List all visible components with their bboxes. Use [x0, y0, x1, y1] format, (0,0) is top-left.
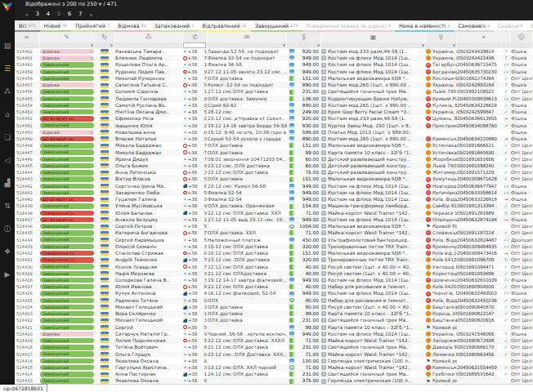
ttn-number[interactable] [457, 129, 501, 136]
ttn-number[interactable]: 20450632874148 [457, 216, 501, 223]
page-button[interactable]: 4 [47, 11, 50, 17]
table-row[interactable]: 514418ЗавершенийТетяна Войтович✶+38621.1… [15, 344, 533, 350]
table-row[interactable]: 514428ЗавершенийСолодкова Галина В..✶+38… [15, 277, 533, 283]
dashboard-icon[interactable]: ▤ [0, 34, 15, 57]
tab-В дорозі додому[interactable]: В дорозі додому0 [526, 20, 533, 32]
ttn-number[interactable]: 0501691666521 [457, 142, 501, 149]
ttn-number[interactable]: 0501690904500 [457, 283, 501, 290]
tab-Самовивіз[interactable]: Самовивіз2 [454, 20, 494, 32]
page-button[interactable]: 5 [57, 11, 60, 17]
ttn-number[interactable]: 0501690666170 [457, 344, 501, 350]
ttn-number[interactable]: 0501689531643 [457, 371, 501, 377]
ttn-number[interactable]: 0501691096709 [457, 256, 501, 263]
table-row[interactable]: 514435ЗавершенийКатерина Богданова+387ОЛ… [15, 229, 533, 236]
ttn-number[interactable]: 0501691187224 [457, 229, 501, 236]
column-header-phone-icon[interactable]: ✆ [183, 32, 208, 42]
customers-icon[interactable]: ⁂ [0, 80, 15, 103]
stats-icon[interactable]: ▟ [0, 172, 15, 194]
tab-Сервіси[interactable]: Сервіси0 [494, 20, 526, 32]
tab-Завершений[interactable]: Завершений278 [251, 20, 302, 32]
table-row[interactable]: 514445ЗавершенийОльга Божик✶+38923.12 см… [15, 163, 533, 169]
range-caret-icon[interactable]: ▼ [99, 2, 102, 7]
ttn-number[interactable]: 0503242599847 [457, 109, 501, 115]
ttn-number[interactable]: 20400309671628 [457, 176, 501, 182]
table-row[interactable]: 514423ЗавершенийВера Скляренко✶+381ОЛХ д… [15, 310, 533, 317]
ttn-number[interactable]: 0501690663456 [457, 351, 501, 358]
tune-icon[interactable]: ⇅ [0, 194, 15, 217]
tab-Запакований[interactable]: Запакований1 [150, 20, 198, 32]
table-row[interactable]: 514457ВідмоваСалегина Татьяна С..+385Кем… [15, 82, 533, 88]
table-row[interactable]: 514424ЗавершенийМихаил Гилецький+383ОЛХ … [15, 304, 533, 310]
table-row[interactable]: 514441ЗавершенийЗахарченко Люба+385Фиалк… [15, 189, 533, 196]
table-row[interactable]: 514431Повернення (з..Андрій Ткаченко+387… [15, 256, 533, 263]
page-button[interactable]: 3 [36, 11, 39, 17]
send-icon[interactable]: ◁ [0, 149, 15, 172]
filter-dropdown-icon[interactable]: ▼ [283, 42, 285, 48]
table-row[interactable]: 514425ЗавершенийРадченко Тетяна✶+380ОЛХ$… [15, 297, 533, 304]
ttn-number[interactable]: 20450634220880 [457, 136, 501, 142]
ttn-number[interactable]: 0503241546065 [457, 331, 501, 337]
column-header-comment-icon[interactable]: ✉ [208, 32, 287, 42]
table-row[interactable]: 514433ЗавершенийОлексій Семанін✶+38315.1… [15, 243, 533, 250]
ttn-number[interactable] [457, 358, 501, 364]
ttn-number[interactable]: 20450632483003 [457, 290, 501, 296]
column-header-product-icon[interactable]: ▣ [321, 32, 426, 42]
column-header-sync-icon[interactable]: ↻ [95, 32, 114, 42]
tab-Всі[interactable]: Всі471 [15, 20, 40, 32]
ttn-number[interactable]: 0501691598240 [457, 163, 501, 169]
table-row[interactable]: 514449ДО Возврат ок..Власюк Наталья✶+383… [15, 136, 533, 142]
ttn-number[interactable]: 20450633356614 [457, 189, 501, 196]
ttn-number[interactable]: 0503242893184 [457, 82, 501, 88]
column-header-status-edit-icon[interactable]: ✎ [39, 32, 95, 42]
column-header-money-icon[interactable]: $ [287, 32, 321, 42]
table-row[interactable]: 514448ЗавершенийМикола Бадражан+387ОЛХ д… [15, 142, 533, 149]
tab-Відправлений[interactable]: Відправлений12 [198, 20, 250, 32]
ttn-number[interactable]: 20450633226918 [457, 196, 501, 203]
ttn-number[interactable]: 20400309484935 [457, 243, 501, 250]
table-row[interactable]: 514461Відмова⊙Близнюк Людмила ..+387Фиал… [15, 55, 533, 61]
ttn-number[interactable]: 20450636613955 [457, 115, 501, 122]
table-row[interactable]: 514419ЗавершенийЛилия Подолинская+38522.… [15, 337, 533, 344]
page-button[interactable]: 6 [68, 11, 71, 17]
tab-Відмова[interactable]: Відмова42 [114, 20, 150, 32]
table-row[interactable]: 514460ЗавершенийКошелева Ольга Ар..✶+381… [15, 61, 533, 68]
table-row[interactable]: 514454ЗавершенийСамотій Руслана Во..✶+38… [15, 102, 533, 109]
table-row[interactable]: 514414ЗавершенийАнна Пастернак+38124.12 … [15, 371, 533, 377]
app-logo-icon[interactable] [2, 2, 13, 11]
column-header-location-icon[interactable]: ⚲ [426, 32, 457, 42]
table-row[interactable]: 514446ЗавершенийИрина Дидух✶+38709.01 зв… [15, 156, 533, 163]
ttn-number[interactable]: 20450634226619 [457, 102, 501, 109]
last-page-button[interactable]: » [89, 11, 92, 17]
table-row[interactable]: 514430ЗавершенийКсенія Лєвадняя+38722.12… [15, 264, 533, 270]
ttn-number[interactable]: 20450635730230 [457, 69, 501, 75]
ttn-number[interactable]: 20450636677947 [457, 183, 501, 189]
table-row[interactable]: 514426ЗавершенийКучук Антонина+38416.12 … [15, 290, 533, 296]
table-row[interactable]: 514443ЗавершенийВіктор Власов+385ОЛХ дос… [15, 176, 533, 182]
table-row[interactable]: 514420ВідмоваСитарчук Наталія Гр..✶+389Ч… [15, 331, 533, 337]
tab-Новий[interactable]: Новий48 [40, 20, 72, 32]
ttn-number[interactable]: 20450631554459 [457, 364, 501, 371]
table-row[interactable]: 514456ЗавершенийСоломія Сідоніна✶+38127.… [15, 88, 533, 95]
table-row[interactable]: 514421ЗавершенийСергей+38599.001Карта па… [15, 324, 533, 331]
ttn-number[interactable]: 0503243439614 [457, 48, 501, 55]
ttn-number[interactable]: 20450632824487 [457, 237, 501, 243]
table-row[interactable]: 514440ДО Возврат ок..Гуцалюк Галина✶+383… [15, 196, 533, 203]
table-row[interactable]: 514455ЗавершенийЛюдмила Гончарова✶+388ОЛ… [15, 96, 533, 102]
orders-icon[interactable]: ☰ [0, 57, 15, 80]
table-row[interactable]: 514451ЗавершенийІващенко Юлія✶+38219.12 … [15, 122, 533, 129]
table-row[interactable]: 514437ДО Возврат ок..Анжела Безушку✶+382… [15, 216, 533, 223]
ttn-number[interactable]: 0501691093696 [457, 270, 501, 277]
ttn-number[interactable]: 20400309473416 [457, 250, 501, 256]
ttn-number[interactable]: 0501691094471 [457, 264, 501, 270]
ttn-number[interactable]: 0501690820918 [457, 317, 501, 323]
table-row[interactable]: 514453ЗавершенийНікітіна Оксана Дми..✶+3… [15, 109, 533, 115]
table-row[interactable]: 514436ЗавершенийСергей Петров✶+385$1004.… [15, 223, 533, 229]
table-row[interactable]: 514450Відмова⊙Ковальова анна✶+38815.12. … [15, 129, 533, 136]
ttn-number[interactable]: 0501690840870 [457, 304, 501, 310]
ttn-number[interactable]: 20450634098760 [457, 122, 501, 129]
table-row[interactable]: 514415ЗавершенийГоргулько Христина..✶+38… [15, 364, 533, 371]
table-row[interactable]: 514462Відмова⊙Каневська Тамара ..✶+381Ла… [15, 48, 533, 55]
table-row[interactable]: 514422ЗавершенийМихаил Гилецький+383ОЛХ … [15, 317, 533, 323]
column-header-order-id-icon[interactable]: ≡ [15, 32, 39, 42]
ttn-number[interactable]: 0501691281689 [457, 210, 501, 216]
